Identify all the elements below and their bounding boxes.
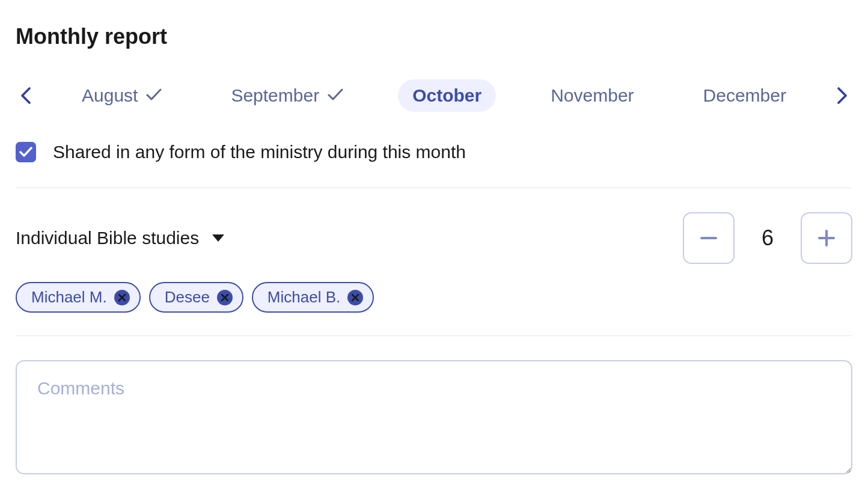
person-chip[interactable]: Michael B. [252,282,374,313]
chip-label: Michael M. [31,288,107,307]
studies-row: Individual Bible studies 6 [16,212,852,264]
shared-checkbox[interactable] [16,142,36,162]
months-row: AugustSeptemberOctoberNovemberDecember [43,79,825,112]
person-chip[interactable]: Desee [149,282,243,313]
close-icon [351,293,359,302]
month-tab-september[interactable]: September [216,79,358,112]
comments-textarea[interactable] [16,360,852,474]
chip-remove-button[interactable] [217,290,233,305]
month-tab-october[interactable]: October [398,79,496,112]
month-tab-august[interactable]: August [67,79,176,112]
check-icon [19,147,32,158]
minus-icon [698,227,720,249]
chevron-left-icon [20,87,31,105]
close-icon [221,293,229,302]
month-navigation: AugustSeptemberOctoberNovemberDecember [16,79,852,112]
increment-button[interactable] [801,212,852,264]
prev-month-button[interactable] [16,85,36,106]
next-month-button[interactable] [832,85,852,106]
studies-dropdown[interactable]: Individual Bible studies [16,228,224,248]
month-label: October [412,85,481,106]
month-tab-november[interactable]: November [536,79,648,112]
check-icon [328,85,343,106]
shared-checkbox-row: Shared in any form of the ministry durin… [16,142,852,162]
chip-remove-button[interactable] [114,290,130,305]
shared-checkbox-label: Shared in any form of the ministry durin… [53,142,466,162]
studies-value: 6 [759,225,777,251]
person-chip[interactable]: Michael M. [16,282,141,313]
plus-icon [816,227,837,249]
chip-label: Desee [165,288,210,307]
caret-down-icon [212,234,224,242]
chip-remove-button[interactable] [347,290,363,305]
decrement-button[interactable] [683,212,735,264]
studies-stepper: 6 [683,212,852,264]
chevron-right-icon [837,87,848,105]
divider [16,188,852,188]
month-label: November [551,85,634,106]
check-icon [146,85,162,106]
month-label: December [703,85,786,106]
month-label: August [82,85,138,106]
month-tab-december[interactable]: December [689,79,801,112]
people-chips: Michael M.DeseeMichael B. [16,282,852,313]
close-icon [118,293,126,302]
studies-label: Individual Bible studies [16,228,199,248]
page-title: Monthly report [16,24,852,49]
month-label: September [231,85,319,106]
divider [16,335,852,336]
chip-label: Michael B. [267,288,340,307]
